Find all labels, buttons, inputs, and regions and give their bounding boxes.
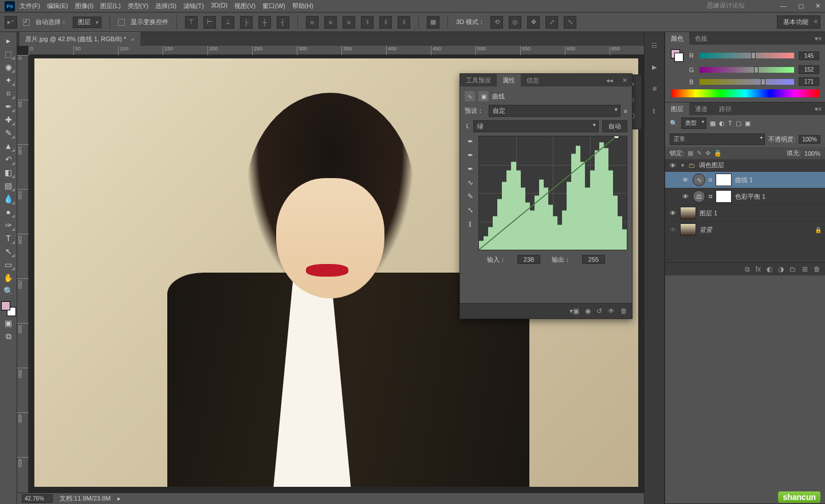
filter-icon[interactable]: 🔍 [670, 120, 678, 127]
input-value[interactable]: 238 [517, 255, 540, 264]
layer-colorbalance[interactable]: 👁 ⚖ ⧉ 色彩平衡 1 [665, 188, 825, 205]
eraser-tool[interactable]: ◧ [2, 166, 15, 179]
visibility-icon[interactable]: 👁 [681, 176, 689, 183]
menu-image[interactable]: 图像(I) [75, 2, 93, 10]
output-value[interactable]: 255 [582, 255, 605, 264]
marquee-tool[interactable]: ⬚ [2, 48, 15, 60]
edit-points-icon[interactable]: ∿ [465, 177, 476, 188]
auto-select-target[interactable]: 图层 [73, 17, 101, 28]
history-brush-tool[interactable]: ↶ [2, 153, 15, 166]
layers-menu-icon[interactable]: ▾≡ [811, 105, 825, 113]
distribute-6-icon[interactable]: ⦀ [398, 16, 410, 29]
lock-pixels-icon[interactable]: ✎ [697, 149, 702, 157]
eyedropper-white-icon[interactable]: ✒ [465, 163, 476, 175]
lock-all-icon[interactable]: 🔒 [714, 149, 722, 157]
align-right-icon[interactable]: ┤ [277, 16, 289, 29]
move-tool[interactable]: ▸ [2, 34, 15, 47]
menu-help[interactable]: 帮助(H) [292, 2, 313, 10]
gradient-tool[interactable]: ▤ [2, 179, 15, 192]
compass-icon[interactable]: ✲ [648, 82, 661, 95]
layer-group[interactable]: 👁 ▼ 🗀 调色图层 [665, 159, 825, 172]
auto-button[interactable]: 自动 [602, 120, 627, 132]
panel-menu-icon[interactable]: ▾≡ [811, 35, 825, 42]
doc-size-chevron-icon[interactable]: ▸ [117, 495, 121, 502]
stamp-tool[interactable]: ▲ [2, 140, 15, 152]
color-bg-swatch[interactable] [674, 53, 683, 62]
play-icon[interactable]: ▶ [648, 61, 661, 73]
g-slider[interactable] [700, 67, 794, 73]
layer-curves[interactable]: 👁 ∿ ⧉ 曲线 1 [665, 172, 825, 188]
b-slider[interactable] [700, 79, 794, 85]
distribute-3-icon[interactable]: ≡ [343, 16, 355, 29]
pen-tool[interactable]: ✑ [2, 219, 15, 231]
tab-layers[interactable]: 图层 [665, 103, 689, 116]
tab-color[interactable]: 颜色 [665, 32, 689, 45]
histogram-icon[interactable]: ⫿ [648, 104, 661, 117]
delete-adj-icon[interactable]: 🗑 [620, 307, 627, 315]
workspace-selector[interactable]: 基本功能 [777, 15, 820, 29]
curves-graph[interactable] [478, 136, 627, 250]
quickmask-tool[interactable]: ▣ [2, 317, 15, 329]
lock-position-icon[interactable]: ✥ [705, 149, 710, 157]
menu-select[interactable]: 选择(S) [155, 2, 176, 10]
distribute-1-icon[interactable]: ≡ [306, 16, 319, 29]
menu-layer[interactable]: 图层(L) [100, 2, 120, 10]
group-toggle-icon[interactable]: ▼ [680, 163, 685, 168]
visibility-icon[interactable]: 👁 [669, 210, 677, 216]
layer-thumb[interactable] [680, 207, 696, 219]
3d-roll-icon[interactable]: ◎ [509, 16, 521, 29]
link-layers-icon[interactable]: ⧉ [745, 265, 750, 273]
type-tool[interactable]: T [2, 232, 15, 245]
screenmode-tool[interactable]: ⧉ [2, 330, 15, 342]
3d-pan-icon[interactable]: ✥ [527, 16, 540, 29]
brush-tool[interactable]: ✎ [2, 127, 15, 139]
align-top-icon[interactable]: ⊤ [185, 16, 198, 29]
blend-mode[interactable]: 正常 [670, 133, 765, 145]
visibility-icon[interactable]: 👁 [669, 226, 677, 233]
blur-tool[interactable]: 💧 [2, 192, 15, 205]
3d-slide-icon[interactable]: ⤢ [545, 16, 558, 29]
r-value[interactable]: 145 [799, 52, 819, 60]
channel-dropdown[interactable]: 绿 [473, 120, 599, 132]
filter-img-icon[interactable]: ▦ [710, 120, 716, 127]
fx-icon[interactable]: fx [756, 265, 761, 273]
distribute-4-icon[interactable]: ⦀ [361, 16, 374, 29]
group-icon[interactable]: 🗀 [789, 265, 796, 273]
auto-select-checkbox[interactable] [23, 19, 30, 26]
new-layer-icon[interactable]: ⊞ [802, 265, 808, 273]
align-left-icon[interactable]: ├ [240, 16, 253, 29]
layer-thumb[interactable] [680, 223, 696, 236]
menu-edit[interactable]: 编辑(E) [47, 2, 68, 10]
clip-icon[interactable]: ⫿ [465, 218, 476, 230]
wand-tool[interactable]: ✦ [2, 74, 15, 86]
align-bottom-icon[interactable]: ⊥ [222, 16, 234, 29]
panel-close-icon[interactable]: ✕ [618, 77, 632, 84]
preset-menu-icon[interactable]: ≡ [624, 108, 627, 115]
zoom-tool[interactable]: 🔍 [2, 285, 15, 297]
tab-paths[interactable]: 路径 [713, 103, 737, 116]
tab-swatches[interactable]: 色板 [689, 32, 713, 45]
adjustment-icon[interactable]: ◑ [778, 265, 784, 273]
maximize-icon[interactable]: ▢ [798, 2, 804, 10]
eyedropper-gray-icon[interactable]: ✒ [465, 149, 476, 161]
lasso-tool[interactable]: ◉ [2, 61, 15, 73]
filter-smart-icon[interactable]: ▣ [745, 120, 751, 127]
toggle-visibility-icon[interactable]: 👁 [608, 307, 615, 315]
minimize-icon[interactable]: — [780, 2, 787, 10]
filter-adj-icon[interactable]: ◐ [719, 120, 725, 127]
heal-tool[interactable]: ✚ [2, 113, 15, 126]
opacity-value[interactable]: 100% [799, 135, 820, 144]
clip-to-layer-icon[interactable]: ▾▣ [569, 307, 579, 315]
auto-align-icon[interactable]: ▦ [427, 16, 439, 29]
dodge-tool[interactable]: ● [2, 206, 15, 218]
path-tool[interactable]: ↖ [2, 245, 15, 258]
layer-mask[interactable] [716, 190, 732, 203]
crop-tool[interactable]: ⌗ [2, 87, 15, 100]
foreground-color[interactable] [1, 301, 10, 310]
link-icon[interactable]: ⧉ [709, 194, 712, 200]
hand-icon[interactable]: ⤡ [465, 204, 476, 216]
b-value[interactable]: 171 [799, 77, 819, 86]
align-vcenter-icon[interactable]: ⊢ [203, 16, 216, 29]
menu-3d[interactable]: 3D(D) [211, 2, 227, 10]
document-tab[interactable]: 原片.jpg @ 42.8% (曲线 1, RGB/8) * × [19, 32, 140, 46]
